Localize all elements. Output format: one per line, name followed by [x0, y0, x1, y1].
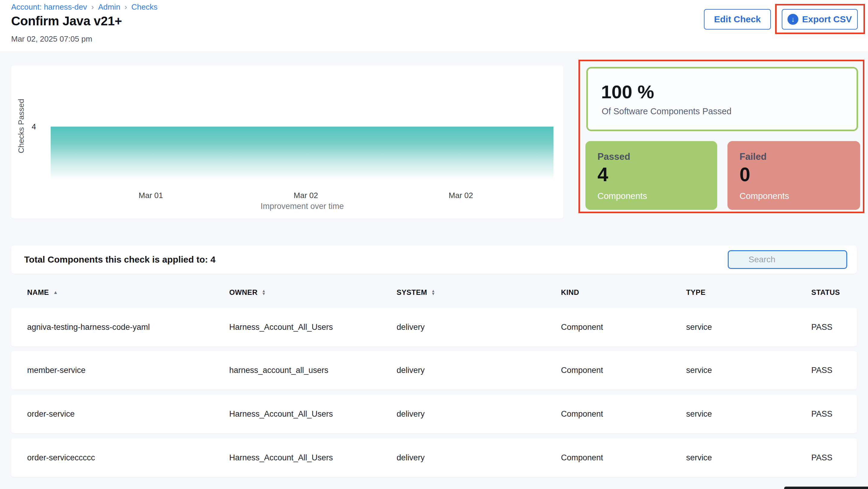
- chevron-right-icon: ›: [91, 2, 94, 12]
- table-row[interactable]: order-service Harness_Account_All_Users …: [11, 395, 857, 433]
- column-label: KIND: [561, 288, 579, 297]
- failed-components-card: Failed 0 Components: [727, 141, 860, 210]
- failed-label: Failed: [740, 151, 767, 162]
- breadcrumb-admin-link[interactable]: Admin: [98, 2, 120, 12]
- table-row[interactable]: order-serviceccccc Harness_Account_All_U…: [11, 438, 857, 477]
- cell-type: service: [686, 323, 811, 332]
- chart-x-tick: Mar 02: [294, 191, 318, 200]
- column-label: NAME: [27, 288, 49, 297]
- check-timestamp: Mar 02, 2025 07:05 pm: [11, 34, 92, 44]
- column-label: STATUS: [811, 288, 840, 297]
- percent-passed-value: 100 %: [601, 81, 654, 102]
- column-label: TYPE: [686, 288, 706, 297]
- table-row[interactable]: member-service harness_account_all_users…: [11, 351, 857, 390]
- passed-count: 4: [597, 163, 608, 186]
- cell-type: service: [686, 366, 811, 375]
- sort-ascending-icon: ▲: [53, 290, 58, 295]
- cell-owner: Harness_Account_All_Users: [229, 323, 397, 332]
- cell-status: PASS: [811, 323, 857, 332]
- passed-caption: Components: [597, 191, 647, 201]
- column-header-kind: KIND: [561, 288, 686, 297]
- sort-icon: ▲▼: [431, 289, 435, 295]
- chart-y-tick: 4: [32, 122, 36, 131]
- checks-passed-chart-card: Checks Passed 4 Mar 01 Mar 02 Mar 02 Imp…: [11, 65, 563, 219]
- edit-check-label: Edit Check: [714, 14, 761, 25]
- export-csv-button[interactable]: ↓ Export CSV: [782, 9, 858, 30]
- cell-status: PASS: [811, 410, 857, 419]
- chart-y-axis-label: Checks Passed: [17, 99, 26, 154]
- cell-kind: Component: [561, 323, 686, 332]
- chevron-right-icon: ›: [125, 2, 127, 12]
- cell-type: service: [686, 453, 811, 462]
- breadcrumb: Account: harness-dev › Admin › Checks: [11, 2, 157, 12]
- percent-passed-card: 100 % Of Software Components Passed: [586, 67, 858, 131]
- failed-caption: Components: [740, 191, 789, 201]
- cell-system: delivery: [397, 366, 561, 375]
- total-components-label: Total Components this check is applied t…: [24, 246, 216, 274]
- search-box: [728, 250, 847, 269]
- cell-kind: Component: [561, 453, 686, 462]
- column-label: SYSTEM: [397, 288, 427, 297]
- cell-name: agniva-testing-harness-code-yaml: [27, 323, 229, 332]
- column-header-owner[interactable]: OWNER ▲▼: [229, 288, 397, 297]
- cell-system: delivery: [397, 453, 561, 462]
- cell-type: service: [686, 410, 811, 419]
- column-header-name[interactable]: NAME ▲: [27, 288, 229, 297]
- column-label: OWNER: [229, 288, 257, 297]
- page-header: Account: harness-dev › Admin › Checks Co…: [0, 0, 868, 51]
- cell-owner: Harness_Account_All_Users: [229, 453, 397, 462]
- cell-kind: Component: [561, 410, 686, 419]
- column-header-type: TYPE: [686, 288, 811, 297]
- export-csv-label: Export CSV: [802, 14, 852, 25]
- table-header-row: NAME ▲ OWNER ▲▼ SYSTEM ▲▼ KIND TYPE STAT…: [11, 284, 857, 301]
- cell-status: PASS: [811, 366, 857, 375]
- failed-count: 0: [740, 163, 750, 186]
- download-icon: ↓: [787, 14, 798, 25]
- cutoff-overlay-bar: [784, 487, 868, 489]
- cell-status: PASS: [811, 453, 857, 462]
- cell-kind: Component: [561, 366, 686, 375]
- table-row[interactable]: agniva-testing-harness-code-yaml Harness…: [11, 308, 857, 347]
- passed-label: Passed: [597, 151, 630, 162]
- chart-x-tick: Mar 02: [449, 191, 473, 200]
- area-series-checks-passed: [51, 127, 553, 180]
- cell-name: order-serviceccccc: [27, 453, 229, 462]
- percent-passed-caption: Of Software Components Passed: [602, 106, 732, 117]
- cell-name: member-service: [27, 366, 229, 375]
- page-title: Confirm Java v21+: [11, 14, 122, 28]
- total-components-bar: Total Components this check is applied t…: [11, 246, 857, 274]
- cell-owner: Harness_Account_All_Users: [229, 410, 397, 419]
- column-header-system[interactable]: SYSTEM ▲▼: [397, 288, 561, 297]
- cell-owner: harness_account_all_users: [229, 366, 397, 375]
- sort-icon: ▲▼: [262, 289, 266, 295]
- search-input[interactable]: [728, 250, 847, 269]
- breadcrumb-checks-link[interactable]: Checks: [131, 2, 158, 12]
- edit-check-button[interactable]: Edit Check: [704, 9, 771, 30]
- chart-x-axis-title: Improvement over time: [260, 202, 344, 211]
- cell-system: delivery: [397, 410, 561, 419]
- cell-name: order-service: [27, 410, 229, 419]
- chart-x-tick: Mar 01: [139, 191, 163, 200]
- passed-components-card: Passed 4 Components: [585, 141, 717, 210]
- column-header-status: STATUS: [811, 288, 857, 297]
- cell-system: delivery: [397, 323, 561, 332]
- breadcrumb-account-link[interactable]: Account: harness-dev: [11, 2, 87, 12]
